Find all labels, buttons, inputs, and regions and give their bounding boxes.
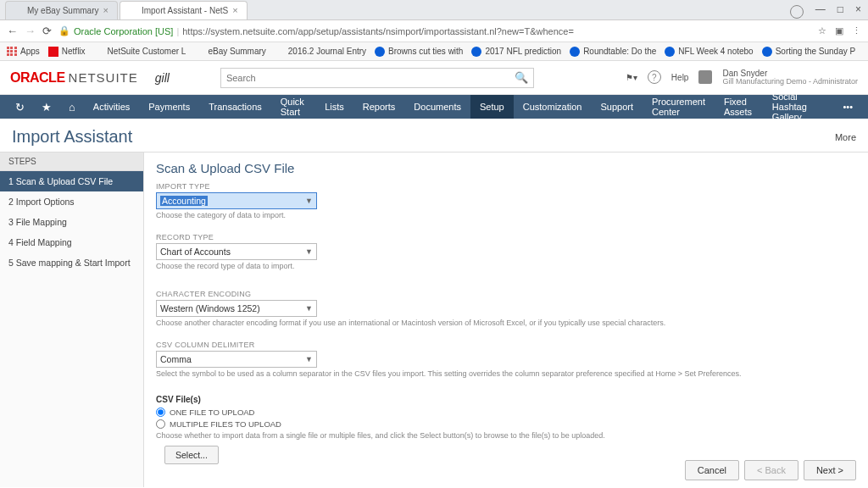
csv-delim-value: Comma (160, 354, 192, 364)
home-icon[interactable]: ⌂ (60, 101, 84, 114)
tab-label: Import Assistant - NetS (142, 6, 228, 15)
close-icon[interactable]: × (232, 5, 237, 15)
step-3[interactable]: 3 File Mapping (0, 212, 143, 232)
radio-one-file[interactable]: ONE FILE TO UPLOAD (156, 408, 856, 417)
nav-transactions[interactable]: Transactions (199, 95, 271, 119)
apps-button[interactable]: Apps (7, 47, 40, 57)
nav-payments[interactable]: Payments (139, 95, 199, 119)
chevron-down-icon: ▼ (305, 355, 313, 363)
window-close-icon[interactable]: × (855, 3, 861, 17)
netsuite-logo: NETSUITE (69, 70, 138, 85)
nav-fixed-assets[interactable]: Fixed Assets (715, 95, 763, 119)
bookmark-8[interactable]: NFL Week 4 notebo (665, 47, 753, 57)
nav-documents[interactable]: Documents (404, 95, 470, 119)
nav-setup[interactable]: Setup (470, 95, 514, 119)
bookmark-netflix[interactable]: Netflix (48, 47, 86, 57)
bookmark-6[interactable]: 2017 NFL prediction (471, 47, 561, 57)
feedback-icon[interactable]: ⚑▾ (626, 73, 637, 82)
back-icon[interactable]: ← (7, 25, 18, 37)
csv-delim-label: CSV COLUMN DELIMITER (156, 341, 856, 349)
nav-lists[interactable]: Lists (315, 95, 353, 119)
step-1[interactable]: 1 Scan & Upload CSV File (0, 171, 143, 191)
search-input[interactable] (226, 73, 515, 83)
step-5[interactable]: 5 Save mapping & Start Import (0, 252, 143, 273)
cert-label: Oracle Corporation [US] (74, 26, 173, 36)
char-encoding-select[interactable]: Western (Windows 1252) ▼ (156, 300, 317, 317)
char-encoding-value: Western (Windows 1252) (160, 303, 260, 313)
company-logo: gill (155, 71, 170, 85)
content-area: Scan & Upload CSV File IMPORT TYPE Accou… (144, 152, 868, 487)
radio-multi-file[interactable]: MULTIPLE FILES TO UPLOAD (156, 419, 856, 429)
main-nav: ↻ ★ ⌂ Activities Payments Transactions Q… (0, 95, 868, 119)
star-icon[interactable]: ☆ (818, 25, 826, 36)
global-search[interactable]: 🔍 (220, 68, 534, 88)
chevron-down-icon: ▼ (305, 197, 313, 205)
tab-label: My eBay Summary (27, 6, 98, 15)
chrome-user-icon[interactable] (790, 5, 804, 19)
nav-procurement[interactable]: Procurement Center (643, 95, 715, 119)
window-maximize-icon[interactable]: □ (837, 3, 843, 17)
nav-activities[interactable]: Activities (84, 95, 139, 119)
back-button[interactable]: < Back (744, 460, 798, 480)
lock-icon: 🔒 (58, 25, 70, 36)
record-type-label: RECORD TYPE (156, 233, 856, 241)
url-box[interactable]: 🔒 Oracle Corporation [US] | https://syst… (58, 25, 811, 36)
csv-delim-select[interactable]: Comma ▼ (156, 351, 317, 368)
radio-multi-file-input[interactable] (156, 419, 165, 429)
steps-header: STEPS (0, 152, 143, 171)
select-file-button[interactable]: Select... (164, 446, 219, 464)
bookmarks-bar: Apps Netflix NetSuite Customer L eBay Su… (0, 42, 868, 61)
browser-tab-strip: My eBay Summary × Import Assistant - Net… (0, 0, 868, 20)
bookmark-10[interactable]: Transactions > Sales (864, 47, 868, 57)
wizard-footer: Cancel < Back Next > (685, 460, 856, 480)
section-title: Scan & Upload CSV File (156, 161, 856, 175)
radio-one-file-input[interactable] (156, 408, 165, 417)
help-label[interactable]: Help (671, 73, 689, 82)
menu-icon[interactable]: ⋮ (852, 25, 861, 36)
search-icon[interactable]: 🔍 (515, 71, 528, 84)
nav-overflow-icon[interactable]: ••• (834, 102, 861, 112)
browser-tab-0[interactable]: My eBay Summary × (5, 1, 118, 19)
step-2[interactable]: 2 Import Options (0, 191, 143, 212)
record-type-value: Chart of Accounts (160, 247, 231, 257)
user-role: Gill Manufacturing Demo - Administrator (722, 78, 858, 86)
bookmark-ebay[interactable]: eBay Summary (194, 47, 265, 57)
forward-icon[interactable]: → (25, 25, 36, 37)
favorite-icon[interactable]: ★ (33, 101, 60, 114)
bookmark-netsuite[interactable]: NetSuite Customer L (94, 47, 186, 57)
cancel-button[interactable]: Cancel (685, 460, 739, 480)
bookmark-journal[interactable]: 2016.2 Journal Entry (275, 47, 366, 57)
step-4[interactable]: 4 Field Mapping (0, 232, 143, 252)
char-encoding-label: CHARACTER ENCODING (156, 290, 856, 298)
csv-files-help: Choose whether to import data from a sin… (156, 431, 856, 441)
user-menu[interactable]: Dan Snyder Gill Manufacturing Demo - Adm… (722, 69, 858, 86)
bookmark-7[interactable]: Roundtable: Do the (570, 47, 656, 57)
next-button[interactable]: Next > (804, 460, 856, 480)
window-minimize-icon[interactable]: — (815, 3, 826, 17)
chevron-down-icon: ▼ (305, 247, 313, 256)
url-text: https://system.netsuite.com/app/setup/as… (182, 26, 574, 36)
import-type-select[interactable]: Accounting ▼ (156, 192, 317, 209)
reload-icon[interactable]: ⟳ (42, 25, 52, 37)
more-link[interactable]: More (835, 132, 856, 142)
ns-header: ORACLE NETSUITE gill 🔍 ⚑▾ ? Help Dan Sny… (0, 61, 868, 95)
nav-support[interactable]: Support (591, 95, 643, 119)
browser-address-bar: ← → ⟳ 🔒 Oracle Corporation [US] | https:… (0, 20, 868, 42)
browser-tab-1[interactable]: Import Assistant - NetS × (120, 1, 248, 19)
nav-quick-start[interactable]: Quick Start (271, 95, 315, 119)
nav-social[interactable]: Social Hashtag Gallery (763, 95, 835, 119)
record-type-select[interactable]: Chart of Accounts ▼ (156, 243, 317, 260)
oracle-logo: ORACLE (10, 70, 65, 86)
bookmark-9[interactable]: Sorting the Sunday P (762, 47, 856, 57)
close-icon[interactable]: × (103, 5, 108, 15)
nav-customization[interactable]: Customization (514, 95, 592, 119)
import-type-label: IMPORT TYPE (156, 182, 856, 191)
help-icon[interactable]: ? (648, 70, 661, 84)
bookmark-5[interactable]: Browns cut ties with (375, 47, 463, 57)
nav-reports[interactable]: Reports (353, 95, 405, 119)
recent-icon[interactable]: ↻ (7, 101, 33, 114)
char-encoding-help: Choose another character encoding format… (156, 319, 856, 329)
user-avatar-icon[interactable] (698, 70, 712, 84)
extension-icon[interactable]: ▣ (835, 25, 843, 36)
ebay-favicon (13, 5, 23, 15)
